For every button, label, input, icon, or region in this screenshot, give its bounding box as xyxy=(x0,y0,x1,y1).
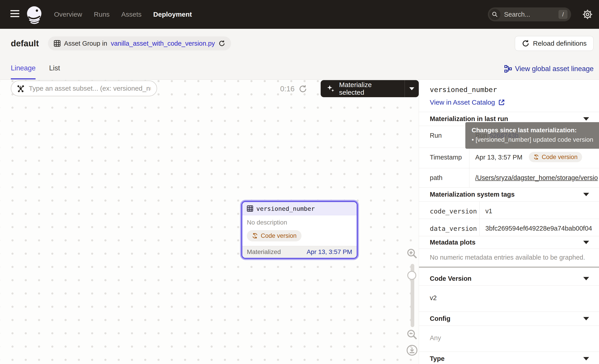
tab-lineage[interactable]: Lineage xyxy=(11,58,35,79)
timestamp-row: Timestamp Apr 13, 3:57 PM Code version xyxy=(419,148,599,168)
section-label: Materialization system tags xyxy=(430,191,515,198)
section-label: Code Version xyxy=(430,275,471,282)
reload-icon xyxy=(522,40,529,47)
asset-group-label: Asset Group in xyxy=(64,40,107,47)
code-version-change-icon xyxy=(533,154,539,160)
grid-icon xyxy=(54,40,61,47)
asset-node-name: versioned_number xyxy=(256,205,315,212)
metadata-empty-message: No numeric metadata entries available to… xyxy=(419,249,599,267)
asset-graph-icon xyxy=(17,84,25,93)
lineage-canvas[interactable]: 0:16 Materialize selected xyxy=(0,80,419,364)
search-icon xyxy=(489,9,501,20)
asset-node-description: No description xyxy=(247,219,352,226)
run-label: Run xyxy=(419,126,469,147)
nav-runs[interactable]: Runs xyxy=(94,11,110,18)
tag-value: 3bfc269594ef649228e9a74bab00f04 xyxy=(485,225,592,232)
refresh-countdown: 0:16 xyxy=(280,85,295,93)
search-box[interactable]: / xyxy=(488,8,571,21)
code-version-tag-label: Code version xyxy=(261,232,297,239)
asset-node-body: No description Code version xyxy=(242,215,357,246)
timestamp-label: Timestamp xyxy=(419,148,469,168)
section-metadata-plots[interactable]: Metadata plots xyxy=(419,236,599,249)
chevron-down-icon[interactable] xyxy=(583,193,589,196)
chevron-down-icon[interactable] xyxy=(583,357,589,360)
section-label: Type xyxy=(430,355,445,363)
section-materialization-system-tags[interactable]: Materialization system tags xyxy=(419,188,599,202)
code-version-tag[interactable]: Code version xyxy=(529,152,582,162)
zoom-out-icon[interactable] xyxy=(406,329,418,340)
search-shortcut-badge: / xyxy=(558,10,567,19)
tag-key: data_version xyxy=(419,219,479,236)
config-value: Any xyxy=(419,326,599,352)
asset-subset-filter[interactable] xyxy=(11,80,157,96)
tag-key: code_version xyxy=(419,202,479,219)
asset-subset-input[interactable] xyxy=(28,84,151,93)
materialized-timestamp-link[interactable]: Apr 13, 3:57 PM xyxy=(307,248,352,256)
external-link-icon xyxy=(498,99,505,106)
nav-assets[interactable]: Assets xyxy=(121,11,141,18)
lineage-graph-icon xyxy=(504,65,512,73)
code-file-link[interactable]: vanilla_asset_with_code_version.py xyxy=(111,40,215,47)
tooltip-title: Changes since last materialization: xyxy=(472,127,599,134)
changes-tooltip: Changes since last materialization: • [v… xyxy=(465,122,599,149)
refresh-icon[interactable] xyxy=(299,85,307,93)
materialize-selected-label: Materialize selected xyxy=(339,81,399,96)
asset-node-footer: Materialized Apr 13, 3:57 PM xyxy=(242,246,357,258)
sidebar-header: versioned_number View in Asset Catalog xyxy=(419,80,599,112)
nav-right: / xyxy=(488,0,593,29)
code-version-tag-label: Code version xyxy=(542,154,578,161)
chevron-down-icon[interactable] xyxy=(583,241,589,244)
asset-node-header: versioned_number xyxy=(242,202,357,215)
path-row: path /Users/sryza/dagster_home/storage/v… xyxy=(419,168,599,188)
zoom-slider-handle[interactable] xyxy=(407,271,416,280)
materialized-status-label: Materialized xyxy=(247,248,281,256)
path-link[interactable]: /Users/sryza/dagster_home/storage/versio xyxy=(475,174,598,182)
nav-deployment[interactable]: Deployment xyxy=(153,11,192,18)
section-label: Metadata plots xyxy=(430,239,476,246)
settings-gear-icon[interactable] xyxy=(582,9,593,20)
tag-row-data-version: data_version 3bfc269594ef649228e9a74bab0… xyxy=(419,219,599,236)
tag-value: v1 xyxy=(485,208,492,215)
top-nav: Overview Runs Assets Deployment / xyxy=(0,0,599,29)
view-global-asset-lineage-link[interactable]: View global asset lineage xyxy=(504,58,594,79)
view-in-asset-catalog-link[interactable]: View in Asset Catalog xyxy=(430,99,505,106)
dagster-logo[interactable] xyxy=(25,5,43,24)
code-version-tag[interactable]: Code version xyxy=(247,230,301,241)
sidebar-asset-name: versioned_number xyxy=(430,86,599,94)
menu-button[interactable] xyxy=(10,9,20,19)
timestamp-value: Apr 13, 3:57 PM xyxy=(475,154,522,161)
download-image-icon[interactable] xyxy=(406,345,418,356)
reload-code-location-icon[interactable] xyxy=(219,40,225,47)
asset-group-badge: Asset Group in vanilla_asset_with_code_v… xyxy=(48,36,231,50)
primary-nav: Overview Runs Assets Deployment xyxy=(54,0,192,29)
asset-details-sidebar: versioned_number View in Asset Catalog M… xyxy=(419,80,599,364)
view-global-asset-lineage-label: View global asset lineage xyxy=(515,65,594,73)
tabs-row: Lineage List View global asset lineage xyxy=(0,58,599,80)
tag-row-code-version: code_version v1 xyxy=(419,202,599,219)
chevron-down-icon[interactable] xyxy=(583,277,589,280)
materialize-selected-button[interactable]: Materialize selected xyxy=(321,80,419,97)
page-header: default Asset Group in vanilla_asset_wit… xyxy=(0,29,599,58)
tab-list[interactable]: List xyxy=(49,58,60,79)
nav-overview[interactable]: Overview xyxy=(54,11,82,18)
refresh-timer: 0:16 xyxy=(280,85,307,93)
search-input[interactable] xyxy=(504,11,558,18)
code-version-change-icon xyxy=(252,233,258,239)
page-title: default xyxy=(11,39,39,48)
zoom-in-icon[interactable] xyxy=(406,248,418,259)
chevron-down-icon[interactable] xyxy=(583,317,589,320)
code-version-value: v2 xyxy=(419,286,599,312)
table-icon xyxy=(247,205,253,212)
reload-definitions-button[interactable]: Reload definitions xyxy=(515,36,594,51)
section-config[interactable]: Config xyxy=(419,312,599,326)
path-label: path xyxy=(419,168,469,187)
section-code-version[interactable]: Code Version xyxy=(419,272,599,286)
asset-node-versioned-number[interactable]: versioned_number No description Code ver… xyxy=(242,202,357,258)
section-label: Materialization in last run xyxy=(430,115,508,123)
tooltip-item: • [versioned_number] updated code versio… xyxy=(472,136,599,143)
materialize-dropdown-button[interactable] xyxy=(405,87,419,90)
view-in-asset-catalog-label: View in Asset Catalog xyxy=(430,99,495,106)
chevron-down-icon[interactable] xyxy=(583,117,589,121)
section-label: Config xyxy=(430,315,450,322)
section-type[interactable]: Type xyxy=(419,352,599,364)
